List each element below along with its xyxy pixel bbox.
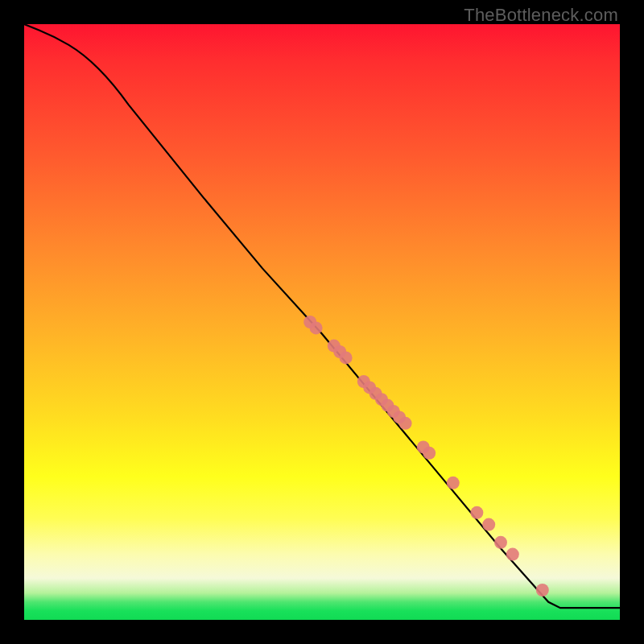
data-marker bbox=[494, 536, 507, 549]
watermark-text: TheBottleneck.com bbox=[464, 5, 618, 26]
plot-area bbox=[24, 24, 620, 620]
data-marker bbox=[399, 417, 412, 430]
data-marker bbox=[470, 506, 483, 519]
chart-frame: TheBottleneck.com bbox=[0, 0, 644, 644]
data-marker bbox=[310, 321, 323, 334]
data-marker bbox=[423, 447, 436, 460]
chart-svg bbox=[24, 24, 620, 620]
marker-group bbox=[303, 316, 549, 597]
data-marker bbox=[506, 548, 519, 561]
data-marker bbox=[482, 518, 495, 531]
data-marker bbox=[536, 584, 549, 597]
data-marker bbox=[340, 351, 353, 364]
curve-line bbox=[24, 24, 620, 608]
data-marker bbox=[447, 477, 460, 489]
